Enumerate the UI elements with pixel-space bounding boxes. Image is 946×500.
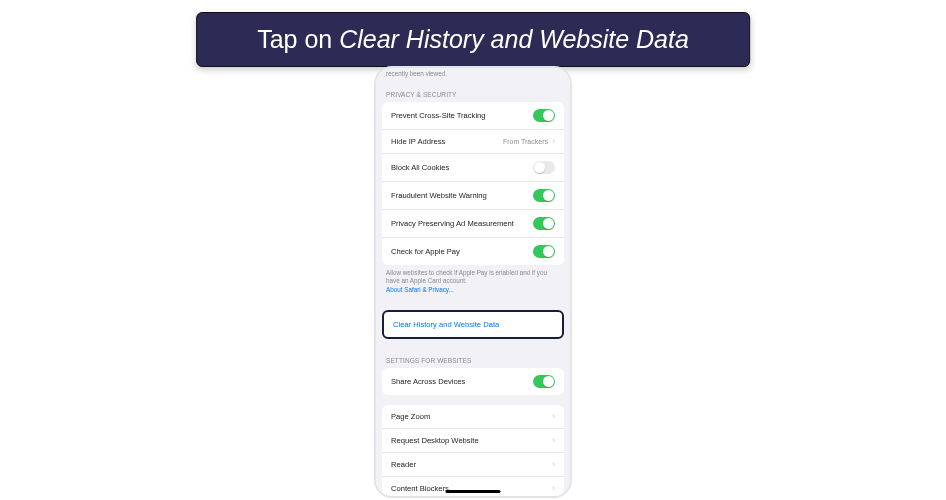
privacy-footer: Allow websites to check if Apple Pay is … [376,265,570,301]
toggle-on[interactable] [533,245,555,258]
privacy-security-group: Prevent Cross-Site Tracking Hide IP Addr… [382,102,564,265]
phone-frame: recently been viewed. PRIVACY & SECURITY… [374,66,572,498]
block-cookies-row[interactable]: Block All Cookies [382,154,564,182]
content-blockers-row[interactable]: Content Blockers › [382,477,564,496]
chevron-right-icon: › [552,460,555,469]
toggle-on[interactable] [533,375,555,388]
share-across-group: Share Across Devices [382,368,564,395]
toggle-on[interactable] [533,189,555,202]
share-across-row[interactable]: Share Across Devices [382,368,564,395]
row-label: Privacy Preserving Ad Measurement [391,219,533,228]
apple-pay-row[interactable]: Check for Apple Pay [382,238,564,265]
cut-off-footer-text: recently been viewed. [376,68,570,83]
prevent-cross-site-row[interactable]: Prevent Cross-Site Tracking [382,102,564,130]
footer-text-content: Allow websites to check if Apple Pay is … [386,269,547,285]
row-label: Hide IP Address [391,137,503,146]
settings-screen: recently been viewed. PRIVACY & SECURITY… [376,68,570,496]
toggle-on[interactable] [533,109,555,122]
reader-row[interactable]: Reader › [382,453,564,477]
privacy-security-header: PRIVACY & SECURITY [376,83,570,102]
row-label: Check for Apple Pay [391,247,533,256]
clear-history-group: Clear History and Website Data [382,310,564,339]
row-label: Fraudulent Website Warning [391,191,533,200]
row-label: Request Desktop Website [391,436,552,445]
toggle-off[interactable] [533,161,555,174]
row-label: Share Across Devices [391,377,533,386]
hide-ip-row[interactable]: Hide IP Address From Trackers › [382,130,564,154]
about-safari-privacy-link[interactable]: About Safari & Privacy... [386,286,454,293]
toggle-on[interactable] [533,217,555,230]
chevron-right-icon: › [552,484,555,493]
instruction-banner: Tap on Clear History and Website Data [196,12,750,67]
home-indicator[interactable] [446,490,501,493]
chevron-right-icon: › [552,137,555,146]
request-desktop-row[interactable]: Request Desktop Website › [382,429,564,453]
settings-websites-header: SETTINGS FOR WEBSITES [376,349,570,368]
page-zoom-row[interactable]: Page Zoom › [382,405,564,429]
privacy-ad-row[interactable]: Privacy Preserving Ad Measurement [382,210,564,238]
row-label: Block All Cookies [391,163,533,172]
row-detail: From Trackers [503,138,548,145]
chevron-right-icon: › [552,412,555,421]
row-label: Prevent Cross-Site Tracking [391,111,533,120]
website-settings-group: Page Zoom › Request Desktop Website › Re… [382,405,564,496]
row-label: Page Zoom [391,412,552,421]
chevron-right-icon: › [552,436,555,445]
row-label: Reader [391,460,552,469]
clear-history-button[interactable]: Clear History and Website Data [384,312,562,337]
fraudulent-warning-row[interactable]: Fraudulent Website Warning [382,182,564,210]
banner-prefix: Tap on [257,25,339,53]
banner-emphasis: Clear History and Website Data [339,25,689,53]
